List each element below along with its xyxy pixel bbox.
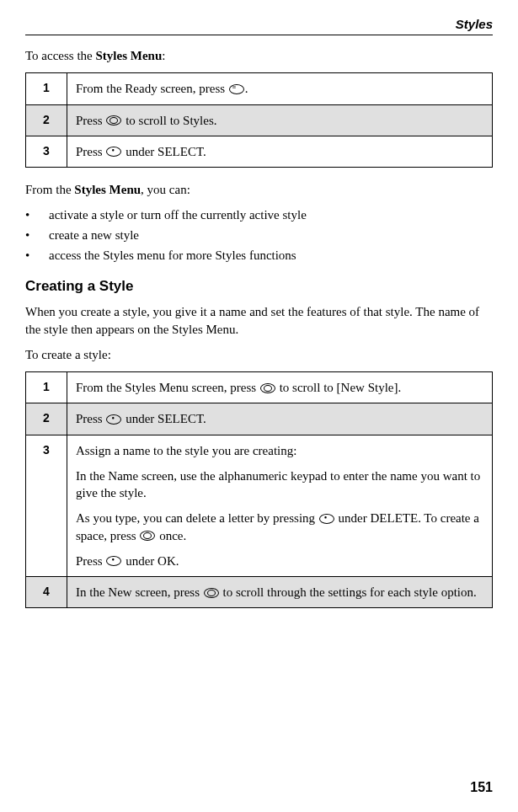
table-row: 3 Assign a name to the style you are cre… bbox=[26, 435, 493, 577]
step-number: 2 bbox=[26, 104, 67, 136]
text: activate a style or turn off the current… bbox=[49, 206, 307, 224]
text: From the bbox=[76, 381, 125, 394]
text: From the bbox=[25, 183, 74, 196]
text: As you type, you can delete a letter by … bbox=[76, 511, 318, 525]
page-container: Styles To access the Styles Menu: 1 From… bbox=[0, 0, 518, 812]
step-text: Assign a name to the style you are creat… bbox=[67, 435, 493, 577]
text: : bbox=[162, 49, 165, 62]
bullet-dot: • bbox=[25, 227, 49, 244]
text: screen, press bbox=[132, 585, 203, 599]
text: create a new style bbox=[49, 227, 139, 244]
step-text: In the New screen, press to scroll throu… bbox=[67, 577, 493, 608]
text-bold: Ready bbox=[125, 82, 157, 95]
table-row: 1 From the Ready screen, press . bbox=[26, 73, 493, 104]
text: Assign a name to the style you are creat… bbox=[76, 444, 296, 457]
text-bold: Styles Menu bbox=[74, 183, 141, 196]
table-row: 2 Press under SELECT. bbox=[26, 403, 493, 435]
paragraph: When you create a style, you give it a n… bbox=[25, 303, 493, 338]
subheading: Creating a Style bbox=[25, 278, 493, 295]
nav-key-icon bbox=[140, 531, 155, 541]
text: To access the bbox=[25, 49, 96, 62]
text: Press bbox=[76, 145, 105, 158]
text-bold: Name bbox=[108, 469, 138, 483]
steps-table-2: 1 From the Styles Menu screen, press to … bbox=[25, 371, 493, 608]
text: , you can: bbox=[141, 183, 190, 196]
list-item: •access the Styles menu for more Styles … bbox=[25, 247, 493, 264]
nav-key-icon bbox=[106, 115, 121, 126]
softkey-icon bbox=[106, 147, 121, 157]
step-text: Press to scroll to Styles. bbox=[67, 104, 493, 136]
text: Press bbox=[76, 554, 105, 568]
page-number: 151 bbox=[470, 780, 493, 795]
bullet-dot: • bbox=[25, 206, 49, 224]
step-number: 4 bbox=[26, 577, 67, 608]
table-row: 3 Press under SELECT. bbox=[26, 136, 493, 167]
intro-text-2: From the Styles Menu, you can: bbox=[25, 181, 493, 198]
text: once. bbox=[156, 529, 186, 542]
step-number: 3 bbox=[26, 136, 67, 167]
text: . bbox=[245, 82, 248, 95]
paragraph: Press under OK. bbox=[76, 553, 483, 569]
text: From the bbox=[76, 82, 125, 95]
text: . bbox=[398, 381, 401, 394]
paragraph: To create a style: bbox=[25, 346, 493, 363]
table-row: 1 From the Styles Menu screen, press to … bbox=[26, 372, 493, 403]
text: to scroll to bbox=[276, 381, 337, 394]
text: to scroll through the settings for each … bbox=[220, 585, 477, 599]
text: . bbox=[214, 114, 217, 127]
text-bold: Styles bbox=[183, 114, 214, 127]
table-row: 4 In the New screen, press to scroll thr… bbox=[26, 577, 493, 608]
softkey-icon bbox=[106, 414, 121, 425]
text: screen, press bbox=[158, 82, 228, 95]
text: In the bbox=[76, 469, 108, 483]
paragraph: As you type, you can delete a letter by … bbox=[76, 510, 483, 544]
table-row: 2 Press to scroll to Styles. bbox=[26, 104, 493, 136]
text: Press bbox=[76, 114, 105, 127]
nav-key-icon bbox=[204, 588, 219, 598]
step-number: 1 bbox=[26, 372, 67, 403]
steps-table-1: 1 From the Ready screen, press . 2 Press… bbox=[25, 72, 493, 168]
list-item: •create a new style bbox=[25, 227, 493, 244]
section-header: Styles bbox=[25, 17, 493, 35]
step-text: Press under SELECT. bbox=[67, 403, 493, 435]
menu-key-icon bbox=[229, 84, 244, 94]
nav-key-icon bbox=[260, 383, 275, 393]
text: In the bbox=[76, 585, 108, 599]
text-bold: Styles Menu bbox=[125, 381, 188, 394]
intro-text-1: To access the Styles Menu: bbox=[25, 47, 493, 64]
text: under SELECT. bbox=[122, 145, 206, 158]
text: to scroll to bbox=[122, 114, 183, 127]
softkey-icon bbox=[319, 514, 334, 524]
step-text: From the Ready screen, press . bbox=[67, 73, 493, 104]
bullet-dot: • bbox=[25, 247, 49, 264]
paragraph: In the Name screen, use the alphanumeric… bbox=[76, 467, 483, 502]
text: Press bbox=[76, 412, 105, 425]
step-text: From the Styles Menu screen, press to sc… bbox=[67, 372, 493, 403]
text-bold: [New Style] bbox=[337, 381, 398, 394]
text: access the Styles menu for more Styles f… bbox=[49, 247, 296, 264]
text-bold: New bbox=[108, 585, 131, 599]
step-text: Press under SELECT. bbox=[67, 136, 493, 167]
step-number: 3 bbox=[26, 435, 67, 577]
text: screen, press bbox=[189, 381, 259, 394]
step-number: 2 bbox=[26, 403, 67, 435]
text-bold: Styles Menu bbox=[96, 49, 163, 62]
text: under OK. bbox=[122, 554, 179, 568]
list-item: •activate a style or turn off the curren… bbox=[25, 206, 493, 224]
text: under SELECT. bbox=[122, 412, 206, 425]
step-number: 1 bbox=[26, 73, 67, 104]
softkey-icon bbox=[106, 556, 121, 566]
bullet-list: •activate a style or turn off the curren… bbox=[25, 206, 493, 264]
